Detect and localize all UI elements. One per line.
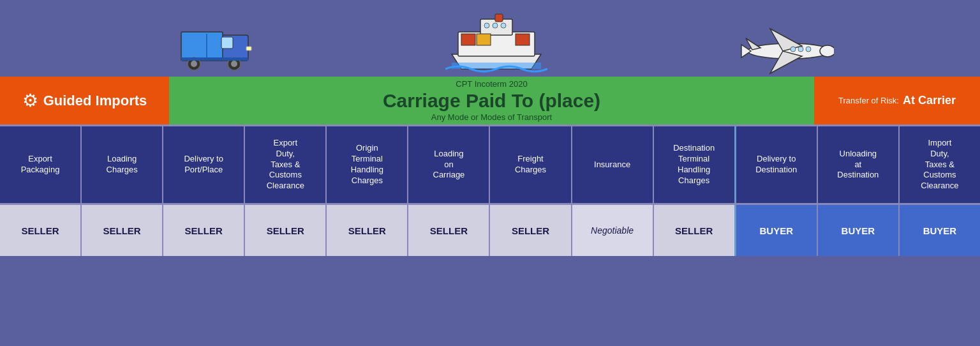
col-header-0: ExportPackaging xyxy=(0,126,82,203)
col-header-11: ImportDuty,Taxes &CustomsClearance xyxy=(900,126,980,203)
val-cell-2: SELLER xyxy=(163,205,245,256)
risk-cell: Transfer of Risk: At Carrier xyxy=(814,77,980,124)
incoterm-desc: Any Mode or Modes of Transport xyxy=(431,112,552,122)
col-header-3: ExportDuty,Taxes &CustomsClearance xyxy=(245,126,327,203)
val-cell-0: SELLER xyxy=(0,205,82,256)
svg-point-24 xyxy=(791,47,796,52)
header-row: ⚙ Guided Imports CPT Incoterm 2020 Carri… xyxy=(0,77,980,124)
val-cell-7: Negotiable xyxy=(572,205,654,256)
col-header-5: LoadingonCarriage xyxy=(408,126,490,203)
icons-row xyxy=(0,0,980,77)
page-wrapper: ⚙ Guided Imports CPT Incoterm 2020 Carri… xyxy=(0,0,980,256)
val-cell-8: SELLER xyxy=(654,205,736,256)
svg-point-23 xyxy=(798,47,803,52)
logo-cell: ⚙ Guided Imports xyxy=(0,77,169,124)
svg-rect-8 xyxy=(246,47,251,50)
col-header-10: UnloadingatDestination xyxy=(818,126,900,203)
col-header-1: LoadingCharges xyxy=(82,126,163,203)
svg-point-4 xyxy=(191,61,197,67)
incoterm-subtitle: CPT Incoterm 2020 xyxy=(456,79,527,89)
ship-icon-container xyxy=(445,13,547,77)
truck-icon-container xyxy=(178,19,255,77)
logo-icon: ⚙ xyxy=(22,90,38,111)
val-cell-10: BUYER xyxy=(818,205,900,256)
svg-point-21 xyxy=(820,45,834,57)
svg-rect-16 xyxy=(461,34,475,45)
col-header-4: OriginTerminalHandlingCharges xyxy=(327,126,408,203)
values-row: SELLERSELLERSELLERSELLERSELLERSELLERSELL… xyxy=(0,203,980,256)
plane-icon xyxy=(738,26,834,77)
svg-rect-1 xyxy=(181,32,223,61)
title-cell: CPT Incoterm 2020 Carriage Paid To (plac… xyxy=(169,77,814,124)
incoterm-title: Carriage Paid To (place) xyxy=(383,90,600,111)
svg-rect-2 xyxy=(221,37,233,49)
truck-icon xyxy=(178,19,255,77)
svg-rect-7 xyxy=(181,57,248,61)
col-header-8: DestinationTerminalHandlingCharges xyxy=(654,126,736,203)
svg-point-13 xyxy=(484,23,489,28)
col-header-7: Insurance xyxy=(572,126,654,203)
col-header-6: FreightCharges xyxy=(490,126,572,203)
svg-point-22 xyxy=(806,47,811,52)
svg-rect-19 xyxy=(452,63,541,69)
plane-icon-container xyxy=(738,26,834,77)
val-cell-11: BUYER xyxy=(900,205,980,256)
logo-text: Guided Imports xyxy=(43,93,147,109)
svg-rect-12 xyxy=(495,14,503,22)
risk-value: At Carrier xyxy=(903,94,956,107)
val-cell-6: SELLER xyxy=(490,205,572,256)
val-cell-5: SELLER xyxy=(408,205,490,256)
col-header-2: Delivery toPort/Place xyxy=(163,126,245,203)
val-cell-3: SELLER xyxy=(245,205,327,256)
val-cell-1: SELLER xyxy=(82,205,163,256)
svg-point-14 xyxy=(493,23,498,28)
svg-rect-17 xyxy=(477,34,491,45)
svg-rect-18 xyxy=(516,34,530,45)
columns-row: ExportPackagingLoadingChargesDelivery to… xyxy=(0,124,980,203)
col-header-9: Delivery toDestination xyxy=(736,126,818,203)
val-cell-4: SELLER xyxy=(327,205,408,256)
svg-point-15 xyxy=(501,23,506,28)
risk-label: Transfer of Risk: xyxy=(838,96,899,105)
ship-icon xyxy=(445,13,547,77)
svg-point-6 xyxy=(231,61,237,67)
val-cell-9: BUYER xyxy=(736,205,818,256)
